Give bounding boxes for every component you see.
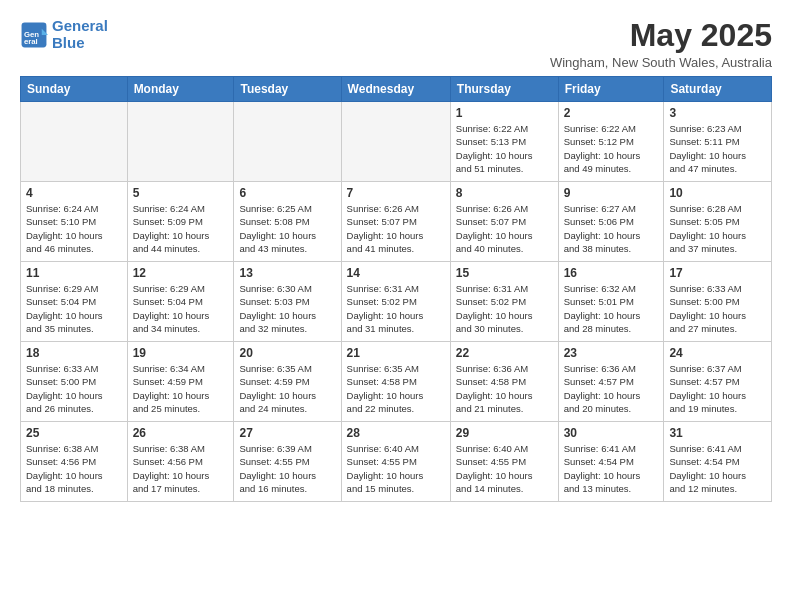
calendar-cell: 27Sunrise: 6:39 AM Sunset: 4:55 PM Dayli…	[234, 422, 341, 502]
day-number: 4	[26, 186, 122, 200]
day-number: 3	[669, 106, 766, 120]
day-info: Sunrise: 6:40 AM Sunset: 4:55 PM Dayligh…	[347, 442, 445, 495]
page: Gen eral General Blue May 2025 Wingham, …	[0, 0, 792, 612]
day-number: 15	[456, 266, 553, 280]
day-number: 12	[133, 266, 229, 280]
day-info: Sunrise: 6:29 AM Sunset: 5:04 PM Dayligh…	[26, 282, 122, 335]
day-number: 26	[133, 426, 229, 440]
calendar-cell: 18Sunrise: 6:33 AM Sunset: 5:00 PM Dayli…	[21, 342, 128, 422]
day-number: 23	[564, 346, 659, 360]
day-number: 20	[239, 346, 335, 360]
calendar-header-row: SundayMondayTuesdayWednesdayThursdayFrid…	[21, 77, 772, 102]
day-number: 28	[347, 426, 445, 440]
day-info: Sunrise: 6:37 AM Sunset: 4:57 PM Dayligh…	[669, 362, 766, 415]
calendar-cell: 30Sunrise: 6:41 AM Sunset: 4:54 PM Dayli…	[558, 422, 664, 502]
day-number: 19	[133, 346, 229, 360]
day-info: Sunrise: 6:22 AM Sunset: 5:13 PM Dayligh…	[456, 122, 553, 175]
day-number: 30	[564, 426, 659, 440]
day-number: 10	[669, 186, 766, 200]
location: Wingham, New South Wales, Australia	[550, 55, 772, 70]
day-info: Sunrise: 6:41 AM Sunset: 4:54 PM Dayligh…	[564, 442, 659, 495]
day-number: 6	[239, 186, 335, 200]
day-info: Sunrise: 6:40 AM Sunset: 4:55 PM Dayligh…	[456, 442, 553, 495]
calendar-week-5: 25Sunrise: 6:38 AM Sunset: 4:56 PM Dayli…	[21, 422, 772, 502]
day-info: Sunrise: 6:32 AM Sunset: 5:01 PM Dayligh…	[564, 282, 659, 335]
calendar-cell: 26Sunrise: 6:38 AM Sunset: 4:56 PM Dayli…	[127, 422, 234, 502]
calendar-cell	[127, 102, 234, 182]
calendar-cell: 29Sunrise: 6:40 AM Sunset: 4:55 PM Dayli…	[450, 422, 558, 502]
day-number: 7	[347, 186, 445, 200]
day-number: 29	[456, 426, 553, 440]
day-number: 17	[669, 266, 766, 280]
calendar-cell: 9Sunrise: 6:27 AM Sunset: 5:06 PM Daylig…	[558, 182, 664, 262]
svg-text:eral: eral	[24, 37, 38, 46]
calendar-cell: 23Sunrise: 6:36 AM Sunset: 4:57 PM Dayli…	[558, 342, 664, 422]
calendar-cell: 1Sunrise: 6:22 AM Sunset: 5:13 PM Daylig…	[450, 102, 558, 182]
day-info: Sunrise: 6:30 AM Sunset: 5:03 PM Dayligh…	[239, 282, 335, 335]
day-info: Sunrise: 6:41 AM Sunset: 4:54 PM Dayligh…	[669, 442, 766, 495]
calendar-header-sunday: Sunday	[21, 77, 128, 102]
day-info: Sunrise: 6:22 AM Sunset: 5:12 PM Dayligh…	[564, 122, 659, 175]
calendar: SundayMondayTuesdayWednesdayThursdayFrid…	[20, 76, 772, 502]
logo-icon: Gen eral	[20, 21, 48, 49]
calendar-header-friday: Friday	[558, 77, 664, 102]
calendar-header-monday: Monday	[127, 77, 234, 102]
calendar-cell: 3Sunrise: 6:23 AM Sunset: 5:11 PM Daylig…	[664, 102, 772, 182]
day-info: Sunrise: 6:24 AM Sunset: 5:09 PM Dayligh…	[133, 202, 229, 255]
day-info: Sunrise: 6:36 AM Sunset: 4:58 PM Dayligh…	[456, 362, 553, 415]
day-info: Sunrise: 6:29 AM Sunset: 5:04 PM Dayligh…	[133, 282, 229, 335]
calendar-week-3: 11Sunrise: 6:29 AM Sunset: 5:04 PM Dayli…	[21, 262, 772, 342]
calendar-cell: 7Sunrise: 6:26 AM Sunset: 5:07 PM Daylig…	[341, 182, 450, 262]
calendar-cell: 11Sunrise: 6:29 AM Sunset: 5:04 PM Dayli…	[21, 262, 128, 342]
day-number: 31	[669, 426, 766, 440]
calendar-week-1: 1Sunrise: 6:22 AM Sunset: 5:13 PM Daylig…	[21, 102, 772, 182]
day-number: 24	[669, 346, 766, 360]
logo: Gen eral General Blue	[20, 18, 108, 51]
calendar-week-4: 18Sunrise: 6:33 AM Sunset: 5:00 PM Dayli…	[21, 342, 772, 422]
day-number: 14	[347, 266, 445, 280]
day-info: Sunrise: 6:28 AM Sunset: 5:05 PM Dayligh…	[669, 202, 766, 255]
calendar-cell: 21Sunrise: 6:35 AM Sunset: 4:58 PM Dayli…	[341, 342, 450, 422]
day-info: Sunrise: 6:27 AM Sunset: 5:06 PM Dayligh…	[564, 202, 659, 255]
header: Gen eral General Blue May 2025 Wingham, …	[20, 18, 772, 70]
calendar-cell: 15Sunrise: 6:31 AM Sunset: 5:02 PM Dayli…	[450, 262, 558, 342]
logo-line2: Blue	[52, 34, 85, 51]
calendar-cell: 4Sunrise: 6:24 AM Sunset: 5:10 PM Daylig…	[21, 182, 128, 262]
calendar-cell	[341, 102, 450, 182]
day-info: Sunrise: 6:38 AM Sunset: 4:56 PM Dayligh…	[26, 442, 122, 495]
day-number: 2	[564, 106, 659, 120]
day-info: Sunrise: 6:38 AM Sunset: 4:56 PM Dayligh…	[133, 442, 229, 495]
calendar-cell: 10Sunrise: 6:28 AM Sunset: 5:05 PM Dayli…	[664, 182, 772, 262]
calendar-header-saturday: Saturday	[664, 77, 772, 102]
calendar-header-wednesday: Wednesday	[341, 77, 450, 102]
day-number: 27	[239, 426, 335, 440]
day-info: Sunrise: 6:25 AM Sunset: 5:08 PM Dayligh…	[239, 202, 335, 255]
day-info: Sunrise: 6:35 AM Sunset: 4:58 PM Dayligh…	[347, 362, 445, 415]
calendar-header-tuesday: Tuesday	[234, 77, 341, 102]
calendar-cell: 16Sunrise: 6:32 AM Sunset: 5:01 PM Dayli…	[558, 262, 664, 342]
calendar-cell: 5Sunrise: 6:24 AM Sunset: 5:09 PM Daylig…	[127, 182, 234, 262]
calendar-cell: 14Sunrise: 6:31 AM Sunset: 5:02 PM Dayli…	[341, 262, 450, 342]
day-number: 5	[133, 186, 229, 200]
day-number: 18	[26, 346, 122, 360]
day-info: Sunrise: 6:33 AM Sunset: 5:00 PM Dayligh…	[669, 282, 766, 335]
day-number: 16	[564, 266, 659, 280]
day-info: Sunrise: 6:34 AM Sunset: 4:59 PM Dayligh…	[133, 362, 229, 415]
calendar-cell: 6Sunrise: 6:25 AM Sunset: 5:08 PM Daylig…	[234, 182, 341, 262]
calendar-cell: 13Sunrise: 6:30 AM Sunset: 5:03 PM Dayli…	[234, 262, 341, 342]
day-number: 22	[456, 346, 553, 360]
calendar-cell: 22Sunrise: 6:36 AM Sunset: 4:58 PM Dayli…	[450, 342, 558, 422]
month-title: May 2025	[550, 18, 772, 53]
calendar-cell: 8Sunrise: 6:26 AM Sunset: 5:07 PM Daylig…	[450, 182, 558, 262]
logo-text: General Blue	[52, 18, 108, 51]
day-number: 11	[26, 266, 122, 280]
calendar-cell: 31Sunrise: 6:41 AM Sunset: 4:54 PM Dayli…	[664, 422, 772, 502]
calendar-cell: 25Sunrise: 6:38 AM Sunset: 4:56 PM Dayli…	[21, 422, 128, 502]
day-info: Sunrise: 6:31 AM Sunset: 5:02 PM Dayligh…	[456, 282, 553, 335]
day-number: 8	[456, 186, 553, 200]
day-info: Sunrise: 6:39 AM Sunset: 4:55 PM Dayligh…	[239, 442, 335, 495]
day-info: Sunrise: 6:24 AM Sunset: 5:10 PM Dayligh…	[26, 202, 122, 255]
calendar-cell: 28Sunrise: 6:40 AM Sunset: 4:55 PM Dayli…	[341, 422, 450, 502]
day-number: 9	[564, 186, 659, 200]
calendar-cell: 17Sunrise: 6:33 AM Sunset: 5:00 PM Dayli…	[664, 262, 772, 342]
